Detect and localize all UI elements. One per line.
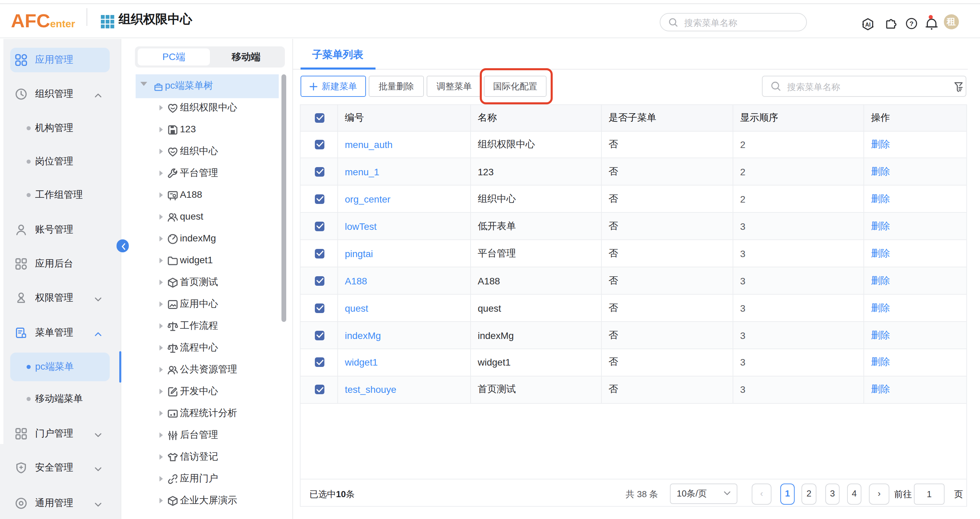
svg-text:AI: AI xyxy=(865,21,870,27)
svg-text:?: ? xyxy=(909,20,913,27)
